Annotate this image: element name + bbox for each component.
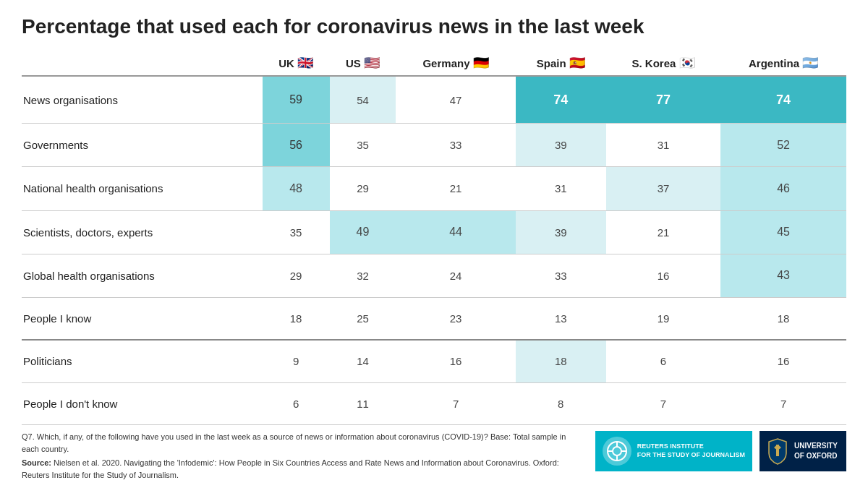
main-container: Percentage that used each for coronaviru… xyxy=(0,0,868,488)
reuters-line1: REUTERS INSTITUTE xyxy=(637,442,745,451)
data-cell: 16 xyxy=(720,340,846,382)
oxford-crest-icon xyxy=(767,437,788,465)
data-cell: 29 xyxy=(330,167,396,210)
us-flag: 🇺🇸 xyxy=(364,56,380,70)
data-cell: 43 xyxy=(720,254,846,297)
row-label: Governments xyxy=(22,124,263,167)
row-label: Politicians xyxy=(22,340,263,382)
header-argentina: Argentina 🇦🇷 xyxy=(720,51,846,76)
data-cell: 21 xyxy=(396,167,515,210)
data-cell: 25 xyxy=(330,297,396,340)
data-cell: 11 xyxy=(330,382,396,424)
uk-label: UK xyxy=(278,57,297,69)
row-label: News organisations xyxy=(22,76,263,124)
table-row: News organisations595447747774 xyxy=(22,76,846,124)
skorea-flag: 🇰🇷 xyxy=(679,56,695,70)
table-header-row: UK 🇬🇧 US 🇺🇸 Germany 🇩🇪 Spain 🇪🇸 S. Korea… xyxy=(22,51,846,76)
reuters-logo: REUTERS INSTITUTE FOR THE STUDY OF JOURN… xyxy=(595,431,752,471)
data-cell: 74 xyxy=(516,76,606,124)
skorea-label: S. Korea xyxy=(632,57,679,69)
header-skorea: S. Korea 🇰🇷 xyxy=(606,51,720,76)
data-cell: 23 xyxy=(396,297,515,340)
data-cell: 7 xyxy=(396,382,515,424)
oxford-text: University of Oxford xyxy=(794,441,838,461)
argentina-label: Argentina xyxy=(749,57,802,69)
data-cell: 52 xyxy=(720,124,846,167)
us-label: US xyxy=(346,57,364,69)
question-text: Q7. Which, if any, of the following have… xyxy=(22,431,581,455)
data-cell: 37 xyxy=(606,167,720,210)
germany-label: Germany xyxy=(422,57,472,69)
row-label: People I don't know xyxy=(22,382,263,424)
data-cell: 29 xyxy=(263,254,330,297)
reuters-text: REUTERS INSTITUTE FOR THE STUDY OF JOURN… xyxy=(637,442,745,459)
data-cell: 49 xyxy=(330,210,396,254)
data-cell: 6 xyxy=(263,382,330,424)
data-table: UK 🇬🇧 US 🇺🇸 Germany 🇩🇪 Spain 🇪🇸 S. Korea… xyxy=(22,51,846,425)
row-label: Scientists, doctors, experts xyxy=(22,210,263,254)
table-row: Global health organisations293224331643 xyxy=(22,254,846,297)
spain-flag: 🇪🇸 xyxy=(569,56,585,70)
svg-rect-6 xyxy=(776,445,779,456)
svg-point-1 xyxy=(613,447,621,455)
table-row: Governments563533393152 xyxy=(22,124,846,167)
data-cell: 16 xyxy=(606,254,720,297)
data-cell: 44 xyxy=(396,210,515,254)
footer-text-block: Q7. Which, if any, of the following have… xyxy=(22,431,581,481)
data-cell: 48 xyxy=(263,167,330,210)
data-cell: 7 xyxy=(720,382,846,424)
data-cell: 33 xyxy=(516,254,606,297)
data-cell: 18 xyxy=(263,297,330,340)
data-cell: 14 xyxy=(330,340,396,382)
source-label: Source: xyxy=(22,458,51,467)
oxford-shield-icon xyxy=(767,437,788,466)
row-label: Global health organisations xyxy=(22,254,263,297)
data-cell: 39 xyxy=(516,210,606,254)
row-label: National health organisations xyxy=(22,167,263,210)
data-cell: 35 xyxy=(263,210,330,254)
data-cell: 45 xyxy=(720,210,846,254)
data-cell: 47 xyxy=(396,76,515,124)
data-cell: 39 xyxy=(516,124,606,167)
data-cell: 18 xyxy=(516,340,606,382)
data-cell: 59 xyxy=(263,76,330,124)
reuters-symbol-icon xyxy=(606,440,628,462)
data-cell: 7 xyxy=(606,382,720,424)
data-cell: 6 xyxy=(606,340,720,382)
header-category xyxy=(22,51,263,76)
source-body: Nielsen et al. 2020. Navigating the 'Inf… xyxy=(22,458,559,479)
data-cell: 21 xyxy=(606,210,720,254)
data-cell: 77 xyxy=(606,76,720,124)
argentina-flag: 🇦🇷 xyxy=(802,56,818,70)
germany-flag: 🇩🇪 xyxy=(473,56,489,70)
data-cell: 16 xyxy=(396,340,515,382)
header-spain: Spain 🇪🇸 xyxy=(516,51,606,76)
oxford-line1: University xyxy=(794,441,838,451)
table-row: Politicians9141618616 xyxy=(22,340,846,382)
table-row: National health organisations48292131374… xyxy=(22,167,846,210)
data-cell: 13 xyxy=(516,297,606,340)
data-cell: 8 xyxy=(516,382,606,424)
data-cell: 33 xyxy=(396,124,515,167)
data-cell: 32 xyxy=(330,254,396,297)
spain-label: Spain xyxy=(537,57,569,69)
footer-section: Q7. Which, if any, of the following have… xyxy=(22,431,846,481)
reuters-icon xyxy=(603,437,631,466)
header-us: US 🇺🇸 xyxy=(330,51,396,76)
data-cell: 35 xyxy=(330,124,396,167)
oxford-logo: University of Oxford xyxy=(760,431,846,471)
table-row: Scientists, doctors, experts354944392145 xyxy=(22,210,846,254)
data-cell: 56 xyxy=(263,124,330,167)
logos-container: REUTERS INSTITUTE FOR THE STUDY OF JOURN… xyxy=(595,431,846,471)
data-cell: 18 xyxy=(720,297,846,340)
chart-title: Percentage that used each for coronaviru… xyxy=(22,14,846,39)
header-uk: UK 🇬🇧 xyxy=(263,51,330,76)
data-cell: 19 xyxy=(606,297,720,340)
table-row: People I know182523131918 xyxy=(22,297,846,340)
oxford-line2: of Oxford xyxy=(794,451,838,461)
table-row: People I don't know6117877 xyxy=(22,382,846,424)
data-cell: 54 xyxy=(330,76,396,124)
source-text-block: Source: Nielsen et al. 2020. Navigating … xyxy=(22,457,581,481)
uk-flag: 🇬🇧 xyxy=(297,56,313,70)
data-cell: 9 xyxy=(263,340,330,382)
